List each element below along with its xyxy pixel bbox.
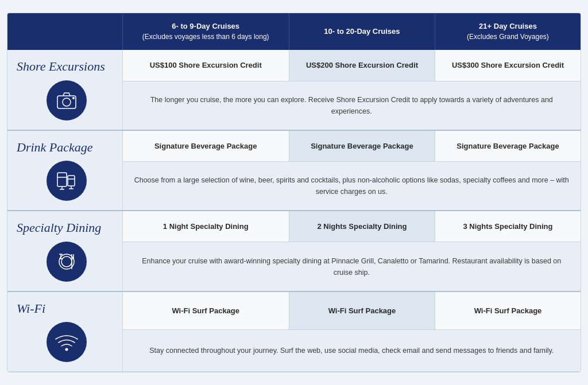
header-col4: 21+ Day Cruises (Excludes Grand Voyages): [435, 13, 581, 50]
category-title-shore: Shore Excursions: [17, 59, 117, 74]
value-shore-col4: US$300 Shore Excursion Credit: [435, 50, 581, 81]
desc-dining: Enhance your cruise with award-winning s…: [122, 242, 581, 291]
value-wifi-col3: Wi-Fi Surf Package: [289, 291, 435, 330]
header-col2: 6- to 9-Day Cruises (Excludes voyages le…: [122, 13, 289, 50]
value-drink-col3: Signature Beverage Package: [289, 130, 435, 162]
value-dining-col3: 2 Nights Specialty Dining: [289, 211, 435, 242]
camera-icon-circle: [47, 80, 87, 120]
category-title-wifi: Wi-Fi: [17, 301, 117, 316]
desc-wifi: Stay connected throughout your journey. …: [122, 329, 581, 371]
desc-drink: Choose from a large selection of wine, b…: [122, 162, 581, 211]
value-shore-col2: US$100 Shore Excursion Credit: [122, 50, 289, 81]
drink-icon-circle: [47, 161, 87, 201]
header-col1: [7, 13, 122, 50]
value-drink-col4: Signature Beverage Package: [435, 130, 581, 162]
wifi-icon-circle: [47, 322, 87, 362]
category-title-dining: Specialty Dining: [17, 220, 117, 235]
value-wifi-col2: Wi-Fi Surf Package: [122, 291, 289, 330]
label-cell-drink: Drink Package: [7, 130, 122, 211]
svg-point-12: [61, 256, 72, 267]
value-drink-col2: Signature Beverage Package: [122, 130, 289, 162]
value-dining-col4: 3 Nights Specialty Dining: [435, 211, 581, 242]
label-cell-shore: Shore Excursions: [7, 50, 122, 130]
svg-point-2: [72, 97, 75, 99]
comparison-table: 6- to 9-Day Cruises (Excludes voyages le…: [7, 13, 581, 372]
svg-rect-5: [68, 176, 75, 186]
label-cell-wifi: Wi-Fi: [7, 291, 122, 372]
value-dining-col2: 1 Night Specialty Dining: [122, 211, 289, 242]
svg-point-1: [63, 98, 71, 106]
category-title-drink: Drink Package: [17, 140, 117, 155]
header-col3: 10- to 20-Day Cruises: [289, 13, 435, 50]
desc-shore: The longer you cruise, the more you can …: [122, 81, 581, 130]
label-cell-dining: Specialty Dining: [7, 211, 122, 291]
value-wifi-col4: Wi-Fi Surf Package: [435, 291, 581, 330]
dining-icon-circle: [47, 242, 87, 282]
svg-point-18: [65, 348, 68, 351]
value-shore-col3: US$200 Shore Excursion Credit: [289, 50, 435, 81]
svg-rect-3: [57, 173, 67, 186]
